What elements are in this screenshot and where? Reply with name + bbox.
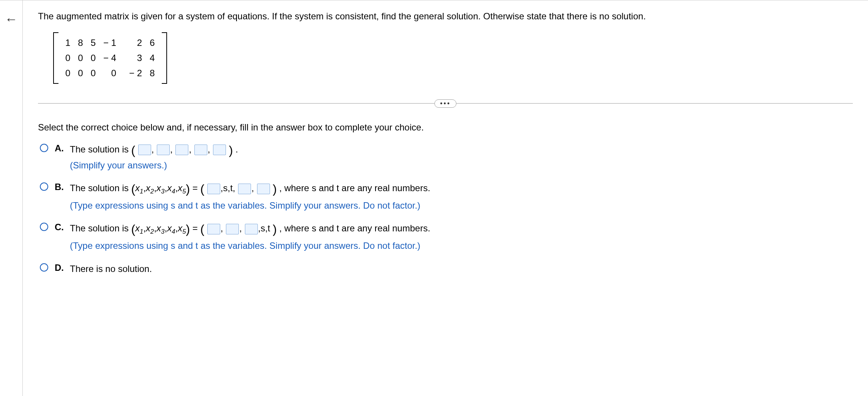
var-x5: x5 [178, 223, 186, 233]
matrix-cell: − 1 [99, 35, 120, 50]
augmented-matrix: 1 8 5 − 1 2 6 0 0 0 − 4 3 4 0 0 [53, 32, 167, 84]
open-paren-icon: ( [200, 222, 205, 236]
choice-c-body: The solution is (x1,x2,x3,x4,x5) = ( , ,… [70, 221, 853, 253]
choice-a-lead: The solution is [70, 144, 131, 154]
choice-letter: D. [55, 262, 65, 273]
choice-b-hint: (Type expressions using s and t as the v… [70, 198, 853, 213]
open-paren-icon: ( [131, 222, 135, 236]
expand-ellipsis-button[interactable]: ••• [434, 99, 456, 108]
matrix-cell: 0 [87, 66, 99, 81]
choice-b-body: The solution is (x1,x2,x3,x4,x5) = ( ,s,… [70, 181, 853, 213]
answer-input[interactable] [213, 145, 226, 155]
choice-letter: C. [55, 222, 65, 233]
mid-text: , [251, 183, 254, 193]
choice-b-radio[interactable] [40, 182, 48, 191]
choice-b-lead: The solution is [70, 183, 131, 193]
choice-b: B. The solution is (x1,x2,x3,x4,x5) = ( … [38, 181, 853, 213]
choice-d-text: There is no solution. [70, 264, 152, 274]
answer-input[interactable] [245, 224, 258, 234]
comma: , [189, 144, 191, 154]
answer-choices: A. The solution is ( , , , , ) . (Simpli… [38, 142, 853, 276]
matrix-cell: 0 [74, 50, 87, 66]
var-x2: x2 [146, 183, 154, 193]
question-page: ← The augmented matrix is given for a sy… [0, 0, 868, 396]
content-area: The augmented matrix is given for a syst… [23, 0, 868, 396]
section-divider: ••• [38, 99, 853, 107]
open-paren-icon: ( [131, 182, 135, 196]
matrix-cell: 0 [62, 50, 74, 66]
answer-input[interactable] [207, 224, 220, 234]
open-paren-icon: ( [200, 182, 205, 196]
choice-c-hint: (Type expressions using s and t as the v… [70, 239, 853, 253]
matrix-cell: 0 [87, 50, 99, 66]
choice-letter: B. [55, 182, 65, 192]
choice-d: D. There is no solution. [38, 262, 853, 276]
var-x4: x4 [167, 223, 175, 233]
matrix-row: 0 0 0 0 − 2 8 [62, 66, 159, 81]
choice-instruction: Select the correct choice below and, if … [38, 122, 853, 133]
answer-input[interactable] [238, 184, 251, 194]
choice-a-radio[interactable] [40, 144, 48, 152]
back-arrow-icon[interactable]: ← [5, 12, 18, 27]
matrix-cell: 5 [87, 35, 99, 50]
choice-c-tail: , where s and t are any real numbers. [279, 223, 431, 233]
choice-d-radio[interactable] [40, 263, 48, 272]
equals-sign: = [193, 183, 200, 193]
answer-input[interactable] [257, 184, 270, 194]
question-prompt: The augmented matrix is given for a syst… [38, 10, 853, 23]
matrix-row: 1 8 5 − 1 2 6 [62, 35, 159, 50]
choice-c-lead: The solution is [70, 223, 131, 233]
answer-input[interactable] [226, 224, 239, 234]
matrix-cell: 8 [74, 35, 87, 50]
comma: , [152, 144, 154, 154]
var-x4: x4 [167, 183, 175, 193]
matrix-cell: 0 [74, 66, 87, 81]
var-x5: x5 [178, 183, 186, 193]
matrix-cell: − 4 [99, 50, 120, 66]
mid-text: ,s,t, [221, 183, 235, 193]
answer-input[interactable] [138, 145, 151, 155]
choice-b-tail: , where s and t are any real numbers. [279, 183, 431, 193]
choice-d-body: There is no solution. [70, 262, 853, 276]
answer-input[interactable] [207, 184, 220, 194]
matrix-cell: − 2 [120, 66, 146, 81]
answer-input[interactable] [194, 145, 207, 155]
var-x3: x3 [156, 223, 164, 233]
answer-input[interactable] [175, 145, 188, 155]
comma: , [208, 144, 210, 154]
choice-a: A. The solution is ( , , , , ) . (Simpli… [38, 142, 853, 173]
var-x3: x3 [156, 183, 164, 193]
var-x2: x2 [146, 223, 154, 233]
open-paren-icon: ( [131, 143, 135, 157]
matrix-cell: 6 [146, 35, 158, 50]
var-x1: x1 [135, 183, 143, 193]
close-paren-icon: ) [186, 222, 190, 236]
matrix-cell: 3 [120, 50, 146, 66]
choice-a-hint: (Simplify your answers.) [70, 158, 853, 173]
close-paren-icon: ) [186, 182, 190, 196]
close-paren-icon: ) [229, 143, 233, 157]
close-paren-icon: ) [273, 222, 277, 236]
mid-text: , [221, 223, 223, 233]
mid-text: ,s,t [258, 223, 270, 233]
left-gutter: ← [0, 0, 23, 396]
matrix-cell: 0 [99, 66, 120, 81]
comma: , [170, 144, 173, 154]
matrix-cell: 0 [62, 66, 74, 81]
choice-letter: A. [55, 143, 65, 154]
matrix-cell: 4 [146, 50, 158, 66]
equals-sign: = [193, 223, 200, 233]
mid-text: , [239, 223, 242, 233]
choice-a-tail: . [235, 144, 238, 154]
var-x1: x1 [135, 223, 143, 233]
matrix-cell: 8 [146, 66, 158, 81]
matrix-row: 0 0 0 − 4 3 4 [62, 50, 159, 66]
choice-c-radio[interactable] [40, 223, 48, 231]
matrix-table: 1 8 5 − 1 2 6 0 0 0 − 4 3 4 0 0 [62, 35, 159, 81]
matrix-cell: 2 [120, 35, 146, 50]
choice-c: C. The solution is (x1,x2,x3,x4,x5) = ( … [38, 221, 853, 253]
close-paren-icon: ) [273, 182, 277, 196]
answer-input[interactable] [157, 145, 170, 155]
matrix-cell: 1 [62, 35, 74, 50]
choice-a-body: The solution is ( , , , , ) . (Simplify … [70, 142, 853, 173]
